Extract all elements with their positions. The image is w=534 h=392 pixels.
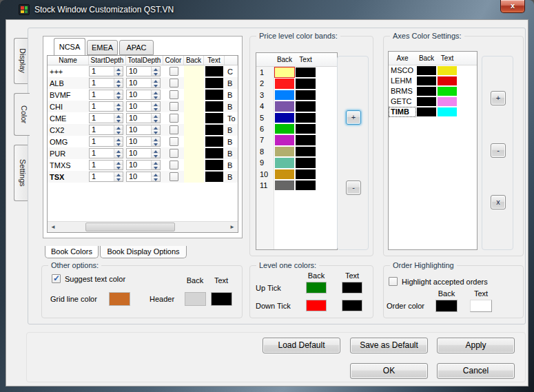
horizontal-scrollbar[interactable]: ◄ ► [48,221,238,232]
axis-back-swatch[interactable] [416,76,437,86]
color-checkbox[interactable] [170,172,178,181]
band-text-swatch[interactable] [295,90,316,101]
order-back-swatch[interactable] [435,300,458,312]
band-text-swatch[interactable] [295,146,316,157]
color-checkbox[interactable] [170,125,178,134]
band-back-swatch[interactable] [274,78,295,89]
highlight-accepted-orders-checkbox[interactable] [389,277,398,286]
tab-color[interactable]: Color [14,93,30,136]
axes-table[interactable]: Axe Back Text MSCOLEHMBRMSGETCTIMB [388,51,477,250]
book-colors-table[interactable]: NameStartDepthTotalDepthColorBackText ++… [47,55,238,233]
axis-back-swatch[interactable] [416,86,437,96]
scrollbar-thumb[interactable] [85,223,175,231]
axis-name[interactable]: TIMB [389,107,416,117]
start-depth-spinner[interactable]: 1 [89,78,126,88]
start-depth-spinner[interactable]: 1 [89,160,126,170]
ok-button[interactable]: OK [350,363,428,379]
grid-line-color-swatch[interactable] [109,292,130,306]
spinner-arrows-icon[interactable] [151,149,160,158]
axis-name[interactable]: MSCO [389,65,416,76]
axis-text-swatch[interactable] [437,96,458,107]
axis-name[interactable]: GETC [389,96,416,107]
tab-ncsa[interactable]: NCSA [54,38,85,55]
spinner-arrows-icon[interactable] [114,137,123,146]
start-depth-spinner[interactable]: 1 [89,90,126,100]
axis-text-swatch[interactable] [437,76,458,86]
back-color-cell[interactable] [184,159,204,171]
tab-book-display-options[interactable]: Book Display Options [100,246,187,258]
spinner-arrows-icon[interactable] [114,161,123,169]
color-checkbox[interactable] [170,67,178,76]
color-checkbox[interactable] [170,137,178,146]
band-text-swatch[interactable] [295,101,316,112]
back-color-cell[interactable] [184,147,204,159]
band-text-swatch[interactable] [295,180,316,191]
column-header[interactable]: Text [204,56,225,65]
title-bar[interactable]: Stock Window Customization QST.VN x [0,0,534,19]
spinner-arrows-icon[interactable] [151,102,160,111]
start-depth-spinner[interactable]: 1 [89,101,126,112]
axis-name[interactable]: LEHM [389,76,416,86]
axis-text-swatch[interactable] [437,107,458,117]
total-depth-spinner[interactable]: 10 [126,160,163,170]
back-color-cell[interactable] [184,101,204,112]
color-checkbox[interactable] [170,90,178,99]
column-header[interactable]: Name [48,56,89,65]
band-text-swatch[interactable] [295,67,316,78]
start-depth-spinner[interactable]: 1 [89,66,126,76]
total-depth-spinner[interactable]: 10 [126,101,163,112]
back-color-cell[interactable] [184,124,204,136]
color-checkbox[interactable] [170,149,178,158]
band-text-swatch[interactable] [295,78,316,89]
tab-emea[interactable]: EMEA [87,40,118,55]
band-back-swatch[interactable] [274,146,295,157]
band-text-swatch[interactable] [295,123,316,134]
column-header[interactable]: Color [163,56,184,65]
spinner-arrows-icon[interactable] [114,114,123,123]
total-depth-spinner[interactable]: 10 [126,148,163,158]
load-default-button[interactable]: Load Default [263,338,340,353]
cancel-button[interactable]: Cancel [437,363,515,379]
band-text-swatch[interactable] [295,169,316,180]
spinner-arrows-icon[interactable] [151,90,160,99]
column-header[interactable]: Back [184,56,204,65]
band-back-swatch[interactable] [274,169,295,180]
spinner-arrows-icon[interactable] [114,102,123,111]
spinner-arrows-icon[interactable] [114,67,123,76]
column-header[interactable] [225,56,238,65]
tab-book-colors[interactable]: Book Colors [45,246,99,258]
text-color-cell[interactable] [204,65,225,77]
total-depth-spinner[interactable]: 10 [126,113,163,123]
axis-back-swatch[interactable] [416,107,437,117]
back-color-cell[interactable] [184,112,204,124]
suggest-text-color-checkbox[interactable] [52,274,61,283]
band-text-swatch[interactable] [295,134,316,145]
spinner-arrows-icon[interactable] [114,125,123,134]
text-color-cell[interactable] [204,124,225,136]
remove-axis-button[interactable]: - [491,143,506,158]
spinner-arrows-icon[interactable] [151,137,160,146]
header-back-swatch[interactable] [185,292,206,306]
text-color-cell[interactable] [204,136,225,147]
text-color-cell[interactable] [204,159,225,171]
header-text-swatch[interactable] [211,292,232,306]
price-bands-table[interactable]: Back Text 1234567891011 [256,52,338,250]
column-header[interactable]: TotalDepth [126,56,163,65]
text-color-cell[interactable] [204,77,225,89]
start-depth-spinner[interactable]: 1 [89,125,126,135]
total-depth-spinner[interactable]: 10 [126,78,163,88]
text-color-cell[interactable] [204,147,225,159]
start-depth-spinner[interactable]: 1 [89,172,126,182]
color-checkbox[interactable] [170,102,178,111]
order-text-swatch[interactable] [470,300,492,312]
scroll-right-icon[interactable]: ► [227,222,238,232]
band-back-swatch[interactable] [274,157,295,168]
back-color-cell[interactable] [184,65,204,77]
band-text-swatch[interactable] [295,112,316,123]
up-tick-text-swatch[interactable] [342,282,362,293]
up-tick-back-swatch[interactable] [306,282,327,293]
scroll-left-icon[interactable]: ◄ [48,222,59,232]
axis-back-swatch[interactable] [416,65,437,76]
total-depth-spinner[interactable]: 10 [126,136,163,147]
band-back-swatch[interactable] [274,123,295,134]
